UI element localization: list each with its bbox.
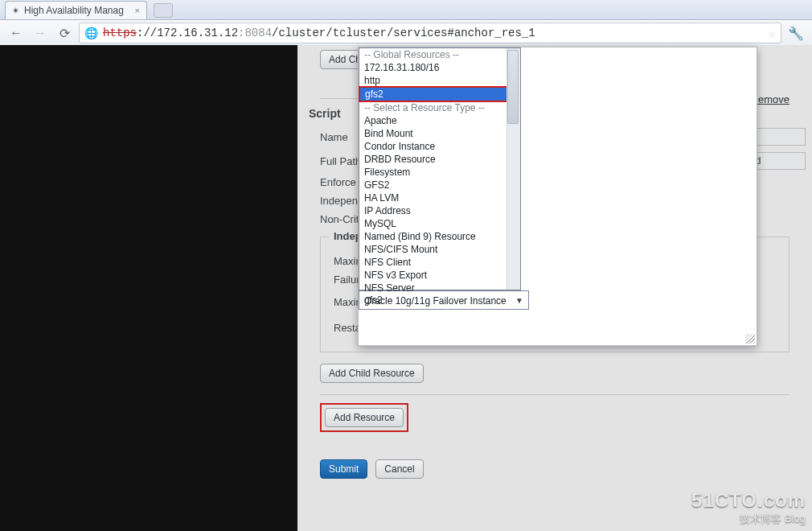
dropdown-option[interactable]: Named (Bind 9) Resource bbox=[359, 230, 507, 243]
reload-button[interactable]: ⟳ bbox=[55, 23, 74, 43]
cancel-button[interactable]: Cancel bbox=[375, 459, 423, 479]
dropdown-option[interactable]: GFS2 bbox=[359, 179, 507, 191]
resource-type-dropdown-open[interactable]: -- Global Resources -- 172.16.31.180/16 … bbox=[359, 47, 521, 290]
globe-icon: 🌐 bbox=[84, 27, 98, 40]
dropdown-option[interactable]: IP Address bbox=[359, 204, 507, 217]
dropdown-option[interactable]: NFS v3 Export bbox=[359, 269, 507, 282]
url-host: ://172.16.31.12 bbox=[137, 27, 238, 39]
dropdown-option[interactable]: HA LVM bbox=[359, 191, 507, 204]
tab-title: High Availability Manag bbox=[24, 5, 124, 16]
dropdown-option-selected[interactable]: gfs2 bbox=[360, 88, 506, 101]
add-resource-button[interactable]: Add Resource bbox=[325, 408, 404, 427]
dropdown-option[interactable]: NFS Server bbox=[359, 282, 507, 294]
watermark-line2: 技术博客 Blog bbox=[691, 512, 806, 526]
url-port: :8084 bbox=[238, 27, 272, 39]
tab-favicon: ✴ bbox=[12, 6, 19, 16]
browser-toolbar: ← → ⟳ 🌐 https ://172.16.31.12 :8084 /clu… bbox=[0, 20, 812, 47]
dropdown-group-types: -- Select a Resource Type -- bbox=[359, 101, 507, 114]
close-icon[interactable]: × bbox=[134, 6, 139, 15]
dropdown-option[interactable]: Bind Mount bbox=[359, 127, 507, 140]
watermark-line1: 51CTO.com bbox=[691, 489, 806, 512]
new-tab-button[interactable] bbox=[154, 3, 173, 18]
dropdown-option[interactable]: Condor Instance bbox=[359, 140, 507, 153]
add-child-resource-button[interactable]: Add Child Resource bbox=[320, 364, 424, 383]
url-protocol: https bbox=[103, 27, 137, 39]
browser-tabstrip: ✴ High Availability Manag × bbox=[0, 0, 812, 20]
dropdown-option[interactable]: NFS/CIFS Mount bbox=[359, 243, 507, 256]
address-bar[interactable]: 🌐 https ://172.16.31.12 :8084 /cluster/t… bbox=[79, 23, 781, 43]
submit-button[interactable]: Submit bbox=[320, 459, 367, 479]
back-button[interactable]: ← bbox=[6, 23, 26, 43]
dropdown-option[interactable]: NFS Client bbox=[359, 256, 507, 269]
dropdown-option[interactable]: MySQL bbox=[359, 217, 507, 230]
wrench-menu-icon[interactable]: 🔧 bbox=[786, 23, 806, 43]
left-pane bbox=[0, 45, 297, 531]
dropdown-option[interactable]: Apache bbox=[359, 114, 507, 127]
dropdown-option[interactable]: Oracle 10g/11g Failover Instance bbox=[359, 294, 507, 307]
forward-button[interactable]: → bbox=[31, 23, 50, 43]
dropdown-group-global: -- Global Resources -- bbox=[359, 48, 507, 61]
resource-picker-popup: -- Global Resources -- 172.16.31.180/16 … bbox=[358, 47, 757, 346]
dropdown-option[interactable]: Filesystem bbox=[359, 166, 507, 179]
watermark: 51CTO.com 技术博客 Blog bbox=[691, 489, 806, 526]
url-path: /cluster/tcluster/services#anchor_res_1 bbox=[272, 27, 535, 39]
dropdown-scrollbar[interactable] bbox=[506, 48, 520, 290]
dropdown-option[interactable]: DRBD Resource bbox=[359, 153, 507, 166]
dropdown-option[interactable]: http bbox=[359, 74, 507, 87]
bookmark-star-icon[interactable]: ☆ bbox=[769, 27, 776, 40]
browser-tab[interactable]: ✴ High Availability Manag × bbox=[5, 1, 147, 19]
scrollbar-thumb[interactable] bbox=[507, 50, 519, 124]
resize-grip[interactable] bbox=[745, 334, 755, 344]
dropdown-option[interactable]: 172.16.31.180/16 bbox=[359, 61, 507, 74]
